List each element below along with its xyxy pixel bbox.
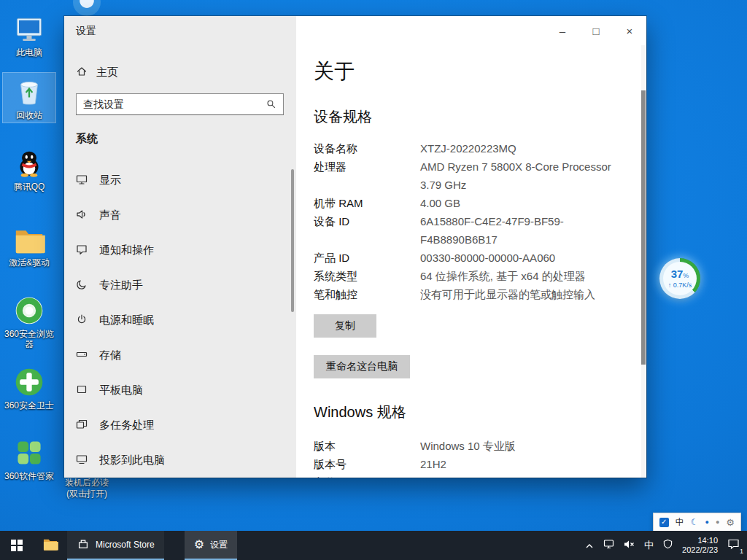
taskbar-microsoft-store[interactable]: Microsoft Store: [67, 531, 164, 560]
speed-ring-icon: 37% ↑ 0.7K/s: [663, 262, 697, 295]
desktop-icon-qq[interactable]: 腾讯QQ: [3, 144, 55, 194]
sound-icon: [76, 209, 88, 222]
copy-button[interactable]: 复制: [314, 314, 376, 338]
sidebar-item-power-sleep[interactable]: 电源和睡眠: [64, 303, 296, 338]
close-button[interactable]: ×: [613, 16, 646, 45]
ime-mode-icon[interactable]: 中: [676, 518, 684, 526]
desktop-icon-activation-driver[interactable]: 激活&驱动: [3, 220, 55, 270]
sidebar-item-label: 投影到此电脑: [99, 454, 165, 467]
windows-spec-title: Windows 规格: [314, 402, 633, 422]
sidebar-item-display[interactable]: 显示: [64, 163, 296, 198]
settings-main-pane: – □ × 关于 设备规格 设备名称XTZJ-20220223MQ 处理器AMD…: [296, 16, 646, 478]
sidebar-item-label: 通知和操作: [99, 244, 154, 257]
spec-value: 没有可用于此显示器的笔或触控输入: [420, 285, 633, 303]
speed-widget[interactable]: 37% ↑ 0.7K/s: [659, 258, 700, 299]
folder-icon: [3, 222, 55, 255]
sidebar-item-multitasking[interactable]: 多任务处理: [64, 408, 296, 443]
sidebar-item-home[interactable]: 主页: [76, 64, 118, 80]
network-icon[interactable]: [603, 539, 614, 552]
desktop-icon-label: 回收站: [3, 110, 55, 120]
sidebar-item-notifications[interactable]: 通知和操作: [64, 233, 296, 268]
360-safe-icon: [3, 365, 55, 398]
sidebar-scrollbar[interactable]: [291, 169, 294, 312]
sidebar-item-tablet[interactable]: 平板电脑: [64, 373, 296, 408]
content-scrollbar[interactable]: [641, 90, 646, 365]
sidebar-item-label: 存储: [99, 349, 121, 362]
sidebar-item-label: 显示: [99, 174, 121, 187]
action-center-button[interactable]: 1: [727, 538, 740, 553]
desktop-icon-label: 腾讯QQ: [3, 182, 55, 192]
tray-time: 14:10: [682, 536, 718, 545]
spec-value: 2022/2/23: [420, 473, 633, 478]
sidebar-nav: 显示 声音 通知和操作 专注助手 电源和睡眠: [64, 163, 296, 478]
gear-icon[interactable]: ⚙: [726, 518, 735, 527]
rename-pc-button[interactable]: 重命名这台电脑: [314, 355, 410, 378]
spec-label: 版本: [314, 437, 420, 455]
desktop-icon-360-safe[interactable]: 360安全卫士: [3, 363, 55, 413]
spec-value: 4.00 GB: [420, 194, 633, 212]
spec-row: 设备名称XTZJ-20220223MQ: [314, 139, 633, 158]
spec-row: 安装日期2022/2/23: [314, 473, 633, 478]
minimize-button[interactable]: –: [546, 16, 579, 45]
notifications-icon: [76, 244, 88, 257]
volume-muted-icon[interactable]: [624, 539, 635, 552]
settings-sidebar: 设置 主页 系统 显示 声音: [64, 16, 296, 478]
tray-expand-icon[interactable]: [585, 539, 594, 552]
search-input[interactable]: [77, 98, 266, 110]
device-spec-title: 设备规格: [314, 107, 633, 127]
device-spec-table: 设备名称XTZJ-20220223MQ 处理器AMD Ryzen 7 5800X…: [314, 139, 633, 303]
notification-badge: 1: [740, 548, 743, 555]
desktop-icon-360-browser[interactable]: 360安全浏览器: [3, 292, 55, 351]
sidebar-item-focus-assist[interactable]: 专注助手: [64, 268, 296, 303]
360-browser-icon: [3, 293, 55, 327]
people-icon[interactable]: ●: [716, 519, 719, 526]
up-arrow-icon: ↑: [668, 281, 672, 289]
spec-row: 机带 RAM4.00 GB: [314, 194, 633, 212]
network-rate: ↑ 0.7K/s: [668, 281, 692, 289]
sidebar-item-storage[interactable]: 存储: [64, 338, 296, 373]
sidebar-item-sound[interactable]: 声音: [64, 198, 296, 233]
start-button[interactable]: [0, 531, 34, 560]
desktop-icon-readme[interactable]: 装机后必读(双击打开): [62, 478, 112, 499]
file-explorer-button[interactable]: [34, 531, 67, 560]
security-flag-icon[interactable]: [663, 539, 673, 552]
spec-value: 21H2: [420, 455, 633, 473]
home-label: 主页: [96, 66, 118, 79]
desktop-icon-360-software[interactable]: 360软件管家: [3, 434, 55, 483]
desktop-icon-this-pc[interactable]: 此电脑: [3, 10, 55, 60]
desktop-icon-label: 360安全浏览器: [3, 329, 55, 349]
desktop-icon-recycle-bin[interactable]: 回收站: [3, 73, 55, 122]
spec-row: 笔和触控没有可用于此显示器的笔或触控输入: [314, 285, 633, 303]
taskbar-settings[interactable]: ⚙ 设置: [185, 531, 237, 560]
maximize-button[interactable]: □: [579, 16, 613, 45]
spec-row: 产品 ID00330-80000-00000-AA060: [314, 249, 633, 267]
hidden-desktop-icon[interactable]: [73, 0, 101, 16]
360-software-icon: [3, 435, 55, 469]
checkbox-icon[interactable]: ✓: [659, 518, 669, 527]
sidebar-item-projecting[interactable]: 投影到此电脑: [64, 443, 296, 478]
spec-row: 版本号21H2: [314, 455, 633, 473]
home-icon: [76, 66, 88, 79]
tray-overflow-popup: ✓ 中 ☾ ● ● ⚙: [653, 513, 741, 532]
taskbar-clock[interactable]: 14:10 2022/2/23: [682, 536, 718, 555]
night-light-icon[interactable]: ☾: [691, 518, 699, 526]
sidebar-section-title: 系统: [76, 132, 98, 146]
taskbar-app-label: Microsoft Store: [96, 540, 155, 550]
search-icon[interactable]: [266, 99, 276, 109]
spec-label: 笔和触控: [314, 285, 420, 303]
status-dot-icon[interactable]: ●: [705, 519, 708, 526]
search-box: [76, 93, 284, 115]
sidebar-item-label: 平板电脑: [99, 384, 143, 397]
display-icon: [76, 174, 88, 187]
project-icon: [76, 454, 88, 467]
desktop-icon-label: 360安全卫士: [3, 400, 55, 411]
spec-label: 产品 ID: [314, 249, 420, 267]
window-controls: – □ ×: [546, 16, 646, 45]
storage-icon: [76, 349, 88, 362]
desktop-icon-label: 360软件管家: [3, 471, 55, 481]
spec-value: AMD Ryzen 7 5800X 8-Core Processor 3.79 …: [420, 158, 633, 194]
system-tray: 中 14:10 2022/2/23 1: [585, 531, 747, 560]
folder-icon: [42, 537, 58, 554]
multitask-icon: [76, 419, 88, 432]
ime-indicator[interactable]: 中: [644, 539, 654, 552]
